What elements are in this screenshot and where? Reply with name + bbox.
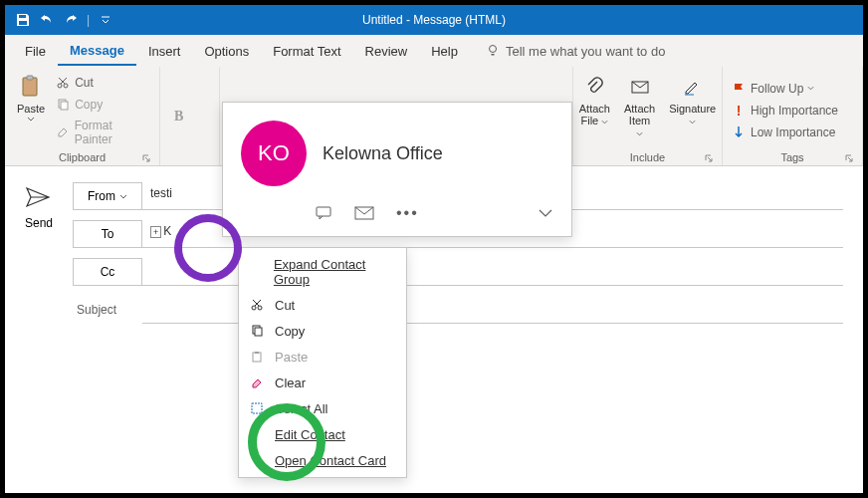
app-window: | Untitled - Message (HTML) File Message…: [0, 0, 868, 498]
signature-button[interactable]: Signature: [665, 71, 720, 149]
tab-insert[interactable]: Insert: [136, 38, 193, 65]
menu-edit-contact[interactable]: Edit Contact: [239, 421, 406, 447]
save-icon[interactable]: [15, 12, 31, 28]
copy-icon: [55, 97, 71, 113]
tab-format-text[interactable]: Format Text: [261, 38, 352, 65]
attach-file-button[interactable]: AttachFile: [575, 71, 614, 149]
from-button[interactable]: From: [73, 182, 142, 210]
format-painter-button[interactable]: Format Painter: [55, 117, 151, 148]
context-menu: Expand Contact Group Cut Copy Paste Clea…: [238, 247, 407, 478]
follow-up-button[interactable]: Follow Up: [731, 79, 838, 99]
tab-review[interactable]: Review: [353, 38, 420, 65]
menu-paste: Paste: [239, 344, 406, 370]
high-importance-button[interactable]: !High Importance: [731, 101, 838, 121]
expand-icon: [249, 264, 264, 280]
envelope-arrow-icon: [626, 73, 654, 101]
qat-customize-icon[interactable]: [98, 12, 113, 28]
menu-select-all[interactable]: Select All: [239, 395, 406, 421]
tags-group-label: Tags: [780, 151, 803, 163]
undo-icon[interactable]: [39, 12, 55, 28]
window-title: Untitled - Message (HTML): [5, 13, 863, 27]
tell-me-label: Tell me what you want to do: [506, 44, 665, 59]
svg-point-11: [258, 306, 262, 310]
menu-clear[interactable]: Clear: [239, 370, 406, 395]
copy-button[interactable]: Copy: [55, 95, 151, 115]
edit-contact-icon: [249, 426, 265, 442]
redo-icon[interactable]: [63, 12, 79, 28]
contact-card: KO Kelowna Office •••: [222, 102, 572, 237]
svg-rect-1: [23, 78, 37, 96]
send-button[interactable]: Send: [25, 182, 53, 334]
paste-label: Paste: [17, 103, 45, 115]
to-button[interactable]: To: [73, 220, 142, 248]
copy-icon: [249, 323, 265, 339]
svg-point-10: [252, 306, 256, 310]
more-icon[interactable]: •••: [396, 204, 419, 222]
svg-point-4: [64, 84, 68, 88]
paintbrush-icon: [55, 124, 71, 140]
svg-rect-14: [253, 353, 261, 362]
tab-help[interactable]: Help: [419, 38, 470, 65]
flag-icon: [731, 81, 747, 97]
svg-rect-8: [317, 207, 330, 216]
contact-name: Kelowna Office: [323, 143, 443, 164]
attach-item-button[interactable]: AttachItem: [620, 71, 659, 149]
chat-icon[interactable]: [315, 204, 332, 222]
tab-message[interactable]: Message: [58, 37, 136, 66]
tab-file[interactable]: File: [13, 38, 58, 65]
svg-rect-15: [255, 352, 259, 354]
cc-button[interactable]: Cc: [73, 258, 142, 286]
paste-icon: [17, 73, 45, 101]
lightbulb-icon: [486, 44, 500, 58]
svg-point-0: [489, 46, 496, 53]
svg-rect-13: [255, 328, 262, 336]
pen-icon: [679, 73, 707, 101]
menu-copy[interactable]: Copy: [239, 318, 406, 344]
chevron-down-icon[interactable]: [538, 208, 553, 218]
low-importance-button[interactable]: Low Importance: [731, 123, 838, 142]
select-all-icon: [249, 400, 265, 416]
ribbon-tabs: File Message Insert Options Format Text …: [5, 35, 863, 67]
exclamation-icon: !: [731, 103, 747, 119]
menu-open-contact-card[interactable]: Open Contact Card: [239, 447, 406, 473]
dialog-launcher-icon[interactable]: [704, 153, 714, 163]
dialog-launcher-icon[interactable]: [844, 153, 854, 163]
include-group-label: Include: [630, 151, 665, 163]
avatar: KO: [241, 121, 307, 186]
send-label: Send: [25, 216, 53, 230]
eraser-icon: [249, 374, 265, 390]
paperclip-icon: [580, 73, 608, 101]
cut-button[interactable]: Cut: [55, 73, 151, 93]
menu-cut[interactable]: Cut: [239, 292, 406, 318]
dialog-launcher-icon[interactable]: [141, 153, 151, 163]
scissors-icon: [55, 75, 71, 91]
arrow-down-icon: [731, 124, 747, 140]
send-icon: [25, 186, 53, 210]
svg-point-3: [58, 84, 62, 88]
tell-me-search[interactable]: Tell me what you want to do: [486, 44, 665, 59]
bold-button[interactable]: B: [168, 103, 189, 130]
svg-rect-16: [252, 403, 262, 413]
subject-label: Subject: [73, 303, 142, 317]
title-bar: | Untitled - Message (HTML): [5, 5, 863, 35]
clipboard-group-label: Clipboard: [59, 151, 106, 163]
paste-icon: [249, 349, 265, 365]
svg-rect-6: [61, 102, 68, 110]
expand-group-icon[interactable]: +: [150, 226, 161, 238]
menu-expand-contact-group[interactable]: Expand Contact Group: [239, 252, 406, 292]
mail-icon[interactable]: [354, 205, 374, 221]
tab-options[interactable]: Options: [192, 38, 261, 65]
scissors-icon: [249, 297, 265, 313]
svg-rect-2: [27, 76, 33, 80]
contact-card-icon: [249, 452, 265, 468]
paste-button[interactable]: Paste: [13, 71, 49, 149]
